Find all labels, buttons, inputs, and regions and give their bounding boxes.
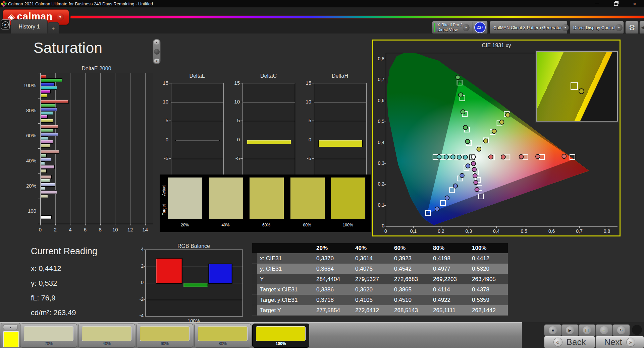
cell-value: 0,3370 <box>313 253 352 264</box>
cie-target-blue-2 <box>449 188 454 193</box>
refresh-button[interactable]: ↻ <box>612 324 630 336</box>
cell-value: 0,5359 <box>469 295 508 305</box>
mini-y-tick-label: 5 <box>298 118 311 123</box>
current-pattern-swatch[interactable] <box>3 331 19 347</box>
gear-icon: ⚙ <box>629 23 635 32</box>
deltae-x-tick <box>145 224 146 225</box>
row-handle <box>252 264 257 274</box>
pattern-button-40%[interactable]: 40% <box>78 324 135 348</box>
table-row: Y284,4404279,5327272,6683269,2203263,490… <box>252 274 508 284</box>
table-row: y: CIE310,36840,40750,45420,49770,5320 <box>252 264 508 274</box>
tab-add-button[interactable]: + <box>48 22 59 34</box>
meter-name: X-Rite i1Pro 2 <box>437 23 463 27</box>
close-button[interactable]: × <box>625 0 644 7</box>
deltae-bar-100%-5 <box>41 94 47 97</box>
next-button[interactable]: Next » <box>595 336 644 348</box>
rgb-gridline <box>146 300 243 300</box>
play-button[interactable]: ▶ <box>561 324 579 336</box>
table-header-100%: 100% <box>469 243 508 253</box>
refresh-icon: ↻ <box>617 326 625 334</box>
pattern-generator-caret-icon[interactable]: ▼ <box>562 24 569 31</box>
pattern-button-20%[interactable]: 20% <box>20 324 77 348</box>
toolbar-overflow-button[interactable]: ◀ <box>639 21 644 34</box>
deltae-bar-40%-0 <box>41 150 59 154</box>
pattern-button-100%[interactable]: 100% <box>252 324 309 348</box>
cie-y-tick <box>384 101 386 101</box>
restore-button[interactable] <box>606 0 625 7</box>
deltae-gridline <box>115 73 115 224</box>
deltae-group-label: 40% <box>18 158 36 163</box>
deltae-gridline <box>85 73 86 224</box>
back-button[interactable]: « Back <box>544 336 595 348</box>
rgb-y-tick-label: 4 <box>134 247 144 252</box>
cie-measured-red-1 <box>501 155 505 159</box>
cie-measured-red-2 <box>519 154 523 159</box>
deltae-bar-100%-1 <box>41 78 62 82</box>
pattern-button-label: 40% <box>78 341 135 346</box>
deltae-2000-chart: DeltaE 200002468101214100%80%60%40%20%10… <box>18 66 163 235</box>
mini-y-tick-label: -5 <box>298 155 311 161</box>
deltae-bar-60%-2 <box>41 133 58 136</box>
pattern-chip-80% <box>198 326 248 341</box>
single-measure-button[interactable]: [·] <box>578 324 596 336</box>
cie-x-tick <box>441 226 441 228</box>
minimize-button[interactable] <box>588 0 606 7</box>
cie-x-tick-label: 0,3 <box>466 228 472 234</box>
swatch-label-40%: 40% <box>209 223 243 227</box>
stop-button[interactable]: ■ <box>544 324 561 336</box>
mini-gridline <box>243 102 295 102</box>
deltae-x-tick <box>40 224 41 225</box>
cie-measured-yellow-3 <box>500 120 504 124</box>
reading-y: y: 0,532 <box>31 276 97 291</box>
stop-icon: ■ <box>549 326 557 334</box>
cie-y-tick-label: 0,5 <box>374 119 384 124</box>
mini-y-tick <box>240 140 243 140</box>
tab-history-1[interactable]: History 1 <box>11 19 48 34</box>
pattern-panel-expand-button[interactable]: ▲ <box>3 324 18 330</box>
rgb-bar-red <box>156 258 182 284</box>
mini-y-tick <box>312 140 314 140</box>
deltae-bar-40%-4 <box>41 165 55 169</box>
minimize-icon <box>595 4 599 4</box>
meter-caret-icon[interactable]: ▼ <box>463 24 470 31</box>
window-title: Calman 2021 Calman Ultimate for Business… <box>8 1 153 6</box>
tab-scroll-button[interactable]: ▶ <box>1 19 10 29</box>
play-icon: ▶ <box>566 326 574 334</box>
vertical-scrollbar[interactable]: ▲ ▼ <box>153 39 161 64</box>
settings-button[interactable]: ⚙ <box>625 21 639 34</box>
cie-x-tick-label: 0,1 <box>410 228 417 234</box>
table-header-row: 20%40%60%80%100% <box>252 243 508 253</box>
cie-x-tick <box>469 226 469 228</box>
pattern-generator-dropdown[interactable]: CalMAN Client 3 Pattern Generator ▼ <box>490 21 568 34</box>
scroll-up-icon[interactable]: ▲ <box>154 40 159 45</box>
rainbow-gradient-bar <box>70 16 644 18</box>
deltae-y-tick <box>38 123 40 124</box>
pattern-button-60%[interactable]: 60% <box>136 324 193 348</box>
scroll-down-icon[interactable]: ▼ <box>154 59 159 63</box>
mini-y-tick <box>169 121 171 121</box>
meter-dropdown[interactable]: X-Rite i1Pro 2 Direct View ▼ 237 <box>432 21 488 34</box>
cie-y-tick <box>384 205 386 206</box>
transport-panel: ▲ ■ ▶ [·] ∞ ↻ « Back Next » <box>522 322 644 348</box>
display-control-caret-icon[interactable]: ▼ <box>615 24 623 31</box>
mini-chart-title: DeltaL <box>171 73 223 79</box>
cie-inset-zoom <box>536 51 618 122</box>
deltae-group-label: 60% <box>18 133 36 138</box>
deltae-x-tick-label: 14 <box>142 227 148 232</box>
deltae-gridline <box>70 73 70 224</box>
mini-gridline <box>243 121 295 121</box>
pattern-chip-40% <box>82 326 131 341</box>
reading-x: x: 0,4412 <box>31 261 97 276</box>
deltae-bar-80%-1 <box>41 103 55 107</box>
cie-x-tick-label: 0,6 <box>548 228 555 234</box>
display-control-dropdown[interactable]: Direct Display Control ▼ <box>570 21 624 34</box>
deltae-bar-60%-4 <box>41 140 53 144</box>
mini-gridline <box>314 102 366 102</box>
mini-y-tick-label: 0 <box>226 137 240 142</box>
logo-dropdown-caret-icon[interactable]: ▼ <box>57 13 64 21</box>
scrollbar-thumb[interactable] <box>154 49 160 55</box>
meter-mode: Direct View <box>437 27 463 32</box>
pattern-button-80%[interactable]: 80% <box>194 324 251 348</box>
meter-count-badge[interactable]: 237 <box>474 22 486 33</box>
continuous-measure-button[interactable]: ∞ <box>595 324 613 336</box>
